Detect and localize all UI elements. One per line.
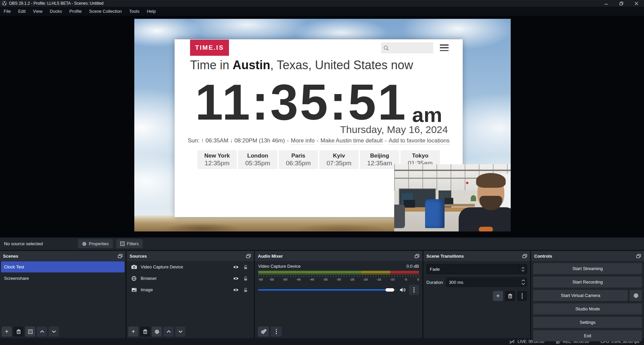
- source-item-image[interactable]: Image: [128, 284, 253, 295]
- unlock-icon[interactable]: [243, 276, 248, 281]
- obs-logo-icon: [2, 1, 7, 6]
- mixer-menu-button[interactable]: [271, 327, 282, 337]
- volume-meter: [258, 271, 419, 273]
- chevron-down-icon: [178, 330, 183, 333]
- remove-source-button[interactable]: [140, 327, 150, 337]
- eye-icon[interactable]: [233, 276, 239, 281]
- exit-button[interactable]: Exit: [533, 330, 642, 341]
- transition-select[interactable]: Fade: [426, 264, 527, 274]
- menu-edit[interactable]: Edit: [14, 7, 29, 16]
- menu-file[interactable]: File: [0, 7, 14, 16]
- separator: -: [317, 137, 319, 144]
- popout-icon[interactable]: [118, 254, 123, 258]
- move-scene-up-button[interactable]: [37, 327, 47, 337]
- add-transition-button[interactable]: +: [493, 291, 503, 301]
- remove-transition-button[interactable]: [505, 291, 515, 301]
- popout-icon[interactable]: [636, 254, 641, 258]
- duration-value: 300 ms: [446, 280, 519, 285]
- spin-arrows[interactable]: [519, 279, 527, 285]
- speaker-icon[interactable]: [400, 287, 406, 293]
- city-name: Beijing: [360, 153, 399, 159]
- chevron-up-icon: [167, 330, 171, 333]
- move-source-up-button[interactable]: [164, 327, 174, 337]
- chevron-down-icon: [52, 330, 56, 333]
- sources-title: Sources: [130, 254, 147, 259]
- popout-icon[interactable]: [246, 254, 251, 258]
- meter-ruler: [258, 275, 419, 277]
- timeis-heading: Time in Austin, Texas, United States now: [190, 58, 413, 72]
- add-scene-button[interactable]: +: [2, 327, 12, 337]
- city-box: London 05:35pm: [238, 150, 277, 169]
- scene-item-screenshare[interactable]: Screenshare: [1, 273, 125, 284]
- unlock-icon[interactable]: [243, 288, 248, 292]
- remove-scene-button[interactable]: [13, 327, 24, 337]
- source-item-browser[interactable]: Browser: [128, 273, 253, 284]
- city-time: 05:35pm: [238, 160, 277, 167]
- menu-help[interactable]: Help: [143, 7, 159, 16]
- popout-icon[interactable]: [522, 254, 527, 258]
- start-virtual-camera-button[interactable]: Start Virtual Camera: [533, 290, 628, 301]
- settings-button[interactable]: Settings: [533, 317, 642, 328]
- menu-scene-collection[interactable]: Scene Collection: [85, 7, 126, 16]
- close-button[interactable]: [629, 0, 644, 7]
- scene-filters-button[interactable]: [25, 327, 35, 337]
- start-streaming-button[interactable]: Start Streaming: [533, 263, 642, 274]
- filter-icon: [28, 330, 33, 334]
- mixer-title: Audio Mixer: [258, 254, 283, 259]
- timeis-search-box: [381, 42, 433, 53]
- add-source-button[interactable]: +: [128, 327, 138, 337]
- menu-profile[interactable]: Profile: [65, 7, 85, 16]
- eye-icon[interactable]: [233, 265, 239, 269]
- trash-icon: [508, 294, 512, 298]
- source-toolbar: No source selected Properties Filters: [0, 238, 644, 250]
- volume-slider-handle[interactable]: [385, 288, 394, 292]
- timeis-clock: 11:35:51 am: [175, 74, 463, 127]
- source-properties-button[interactable]: [152, 327, 162, 337]
- menu-tools[interactable]: Tools: [126, 7, 143, 16]
- scene-item-clock-test[interactable]: Clock Test: [1, 261, 125, 272]
- properties-button[interactable]: Properties: [78, 239, 113, 248]
- city-name: Tokyo: [401, 153, 440, 159]
- city-name: New York: [197, 153, 237, 159]
- timeis-sun-line: Sun: ↑ 06:35AM ↓ 08:20PM (13h 46m) - Mor…: [175, 137, 463, 144]
- volume-slider[interactable]: [258, 289, 397, 291]
- transition-menu-button[interactable]: [517, 291, 527, 301]
- filters-label: Filters: [127, 241, 139, 246]
- start-recording-button[interactable]: Start Recording: [533, 276, 642, 288]
- advanced-audio-button[interactable]: [258, 327, 269, 337]
- image-icon: [132, 288, 137, 292]
- duration-spinbox[interactable]: 300 ms: [446, 277, 527, 287]
- source-item-video-capture[interactable]: Video Capture Device: [128, 261, 253, 272]
- restore-button[interactable]: [614, 0, 629, 7]
- globe-icon: [132, 276, 136, 281]
- city-box: Paris 06:35pm: [279, 150, 318, 169]
- chevron-up-icon: [521, 279, 525, 282]
- virtual-camera-config-button[interactable]: [630, 290, 642, 301]
- unlock-icon[interactable]: [243, 265, 248, 269]
- city-name: Kyiv: [319, 153, 359, 159]
- menu-bar: File Edit View Docks Profile Scene Colle…: [0, 7, 644, 16]
- transition-value: Fade: [427, 267, 519, 272]
- move-source-down-button[interactable]: [175, 327, 185, 337]
- move-scene-down-button[interactable]: [49, 327, 59, 337]
- city-name: Paris: [279, 153, 318, 159]
- heading-city: Austin: [233, 58, 270, 72]
- menu-view[interactable]: View: [29, 7, 46, 16]
- volume-meter-right: [258, 274, 419, 275]
- duration-label: Duration: [426, 280, 443, 285]
- webcam-overlay-source: [394, 164, 511, 231]
- preview-video[interactable]: TIME.IS Time in Austin, Texas, United St…: [134, 19, 511, 231]
- mixer-channel-menu-button[interactable]: [409, 285, 419, 295]
- meter-tick-labels: -60 -55 -50 -45 -40 -35 -30 -25 -20 -15 …: [258, 277, 419, 282]
- scenes-dock: Scenes Clock Test Screenshare +: [0, 251, 126, 338]
- studio-mode-button[interactable]: Studio Mode: [533, 303, 642, 314]
- window-title: OBS 29.1.2 - Profile: LLHLS BETA - Scene…: [9, 1, 103, 6]
- gear-icon: [154, 329, 159, 334]
- popout-icon[interactable]: [415, 254, 419, 258]
- live-icon: [509, 340, 515, 344]
- minimize-button[interactable]: [599, 0, 614, 7]
- filters-button[interactable]: Filters: [116, 239, 143, 248]
- eye-icon[interactable]: [233, 288, 239, 292]
- clock-time: 11:35:51: [195, 77, 407, 127]
- menu-docks[interactable]: Docks: [46, 7, 65, 16]
